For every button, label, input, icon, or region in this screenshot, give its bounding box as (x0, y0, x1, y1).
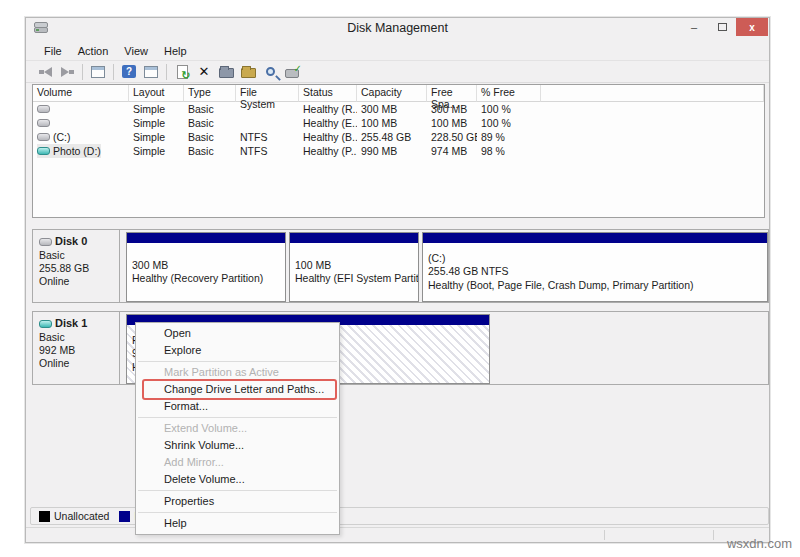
column-header-type[interactable]: Type (184, 85, 236, 102)
open-folder-icon[interactable] (238, 63, 258, 81)
legend-swatch (39, 511, 50, 522)
menu-item-shrink-volume[interactable]: Shrink Volume... (136, 437, 339, 454)
menu-bar: FileActionViewHelp (26, 42, 769, 60)
cell-pct-free: 98 % (477, 144, 541, 158)
cell-spacer (541, 102, 764, 116)
maximize-icon (718, 23, 727, 31)
find-icon[interactable] (260, 63, 280, 81)
volume-name: (C:) (53, 130, 71, 144)
disk-label-pane[interactable]: Disk 0Basic255.88 GBOnline (33, 230, 120, 302)
menu-item-help[interactable]: Help (136, 515, 339, 532)
context-menu-separator (138, 490, 337, 491)
column-header-free[interactable]: % Free (477, 85, 541, 102)
disk-row-disk-0: Disk 0Basic255.88 GBOnline300 MBHealthy … (32, 229, 769, 303)
volume-cell[interactable] (33, 116, 129, 130)
cell-status: Healthy (B... (299, 130, 357, 144)
partition-text-line: Healthy (Boot, Page File, Crash Dump, Pr… (428, 279, 762, 293)
column-header-file-system[interactable]: File System (236, 85, 299, 102)
column-header-volume[interactable]: Volume (33, 85, 129, 102)
menu-item-mark-partition-as-active: Mark Partition as Active (136, 364, 339, 381)
menubar-item-view[interactable]: View (116, 43, 156, 59)
volume-drive-icon (37, 147, 50, 155)
menubar-item-help[interactable]: Help (156, 43, 195, 59)
disk-label-pane[interactable]: Disk 1Basic992 MBOnline (33, 312, 120, 384)
disk-size: 255.88 GB (39, 262, 113, 275)
disk-icon (39, 320, 52, 328)
help-icon[interactable]: ? (119, 63, 139, 81)
menu-item-properties[interactable]: Properties (136, 493, 339, 510)
disk-name-text: Disk 0 (55, 235, 87, 248)
legend-label: Unallocated (54, 510, 109, 522)
properties-folder-icon[interactable] (216, 63, 236, 81)
disk-status: Online (39, 275, 113, 288)
column-header-layout[interactable]: Layout (129, 85, 184, 102)
context-menu-separator (138, 512, 337, 513)
cell-free-space: 974 MB (427, 144, 477, 158)
legend-item-unallocated: Unallocated (39, 510, 109, 522)
volume-name-wrap: Photo (D:) (37, 144, 101, 158)
column-header-capacity[interactable]: Capacity (357, 85, 427, 102)
volume-row[interactable]: SimpleBasicHealthy (R...300 MB300 MB100 … (33, 102, 764, 116)
volume-name: Photo (D:) (53, 144, 101, 158)
disk-action-icon[interactable] (282, 63, 302, 81)
cell-type: Basic (184, 130, 236, 144)
disk-name-text: Disk 1 (55, 317, 87, 330)
column-header-item[interactable] (541, 85, 764, 102)
toolbar-separator (166, 64, 167, 80)
partition-text-line: (C:) (428, 252, 762, 266)
partition-block[interactable]: 300 MBHealthy (Recovery Partition) (126, 232, 286, 302)
window-title: Disk Management (26, 21, 769, 35)
menu-item-extend-volume: Extend Volume... (136, 420, 339, 437)
volume-cell[interactable] (33, 102, 129, 116)
partition-color-band (290, 233, 418, 243)
cell-capacity: 100 MB (357, 116, 427, 130)
toolbar-separator (82, 64, 83, 80)
volume-drive-icon (37, 105, 50, 113)
forward-icon[interactable] (57, 63, 77, 81)
disk-type: Basic (39, 249, 113, 262)
partition-color-band (127, 233, 285, 243)
cell-file-system (236, 116, 299, 130)
disk-icon (39, 238, 52, 246)
menu-item-open[interactable]: Open (136, 325, 339, 342)
disk-size: 992 MB (39, 344, 113, 357)
status-divider (713, 530, 714, 540)
volume-cell[interactable]: Photo (D:) (33, 144, 129, 158)
volume-row[interactable]: SimpleBasicHealthy (E...100 MB100 MB100 … (33, 116, 764, 130)
delete-icon[interactable]: ✕ (194, 63, 214, 81)
disk-name: Disk 0 (39, 235, 113, 248)
menu-item-explore[interactable]: Explore (136, 342, 339, 359)
volume-list: VolumeLayoutTypeFile SystemStatusCapacit… (32, 84, 765, 218)
cell-pct-free: 100 % (477, 116, 541, 130)
menu-item-delete-volume[interactable]: Delete Volume... (136, 471, 339, 488)
column-header-status[interactable]: Status (299, 85, 357, 102)
volume-cell[interactable]: (C:) (33, 130, 129, 144)
cell-capacity: 990 MB (357, 144, 427, 158)
menu-item-format[interactable]: Format... (136, 398, 339, 415)
volume-row[interactable]: Photo (D:)SimpleBasicNTFSHealthy (P...99… (33, 144, 764, 158)
partition-block[interactable]: (C:)255.48 GB NTFSHealthy (Boot, Page Fi… (422, 232, 768, 302)
cell-spacer (541, 116, 764, 130)
refresh-icon[interactable]: ↻ (172, 63, 192, 81)
column-header-free-spa[interactable]: Free Spa... (427, 85, 477, 102)
back-icon[interactable] (35, 63, 55, 81)
disk-name: Disk 1 (39, 317, 113, 330)
menubar-item-file[interactable]: File (36, 43, 70, 59)
disk-status: Online (39, 357, 113, 370)
minimize-button[interactable]: – (680, 18, 708, 36)
menubar-item-action[interactable]: Action (70, 43, 117, 59)
partition-text-line: Healthy (EFI System Partition (295, 272, 413, 286)
volume-row[interactable]: (C:)SimpleBasicNTFSHealthy (B...255.48 G… (33, 130, 764, 144)
cell-status: Healthy (E... (299, 116, 357, 130)
cell-free-space: 300 MB (427, 102, 477, 116)
menu-item-add-mirror: Add Mirror... (136, 454, 339, 471)
maximize-button[interactable] (708, 18, 736, 36)
cell-type: Basic (184, 116, 236, 130)
console-window-icon[interactable] (141, 63, 161, 81)
partition-block[interactable]: 100 MBHealthy (EFI System Partition (289, 232, 419, 302)
menu-item-change-drive-letter-and-paths[interactable]: Change Drive Letter and Paths... (136, 381, 339, 398)
cell-pct-free: 89 % (477, 130, 541, 144)
close-button[interactable]: x (736, 18, 768, 36)
title-bar: Disk Management – x (26, 18, 769, 42)
console-window-icon[interactable] (88, 63, 108, 81)
